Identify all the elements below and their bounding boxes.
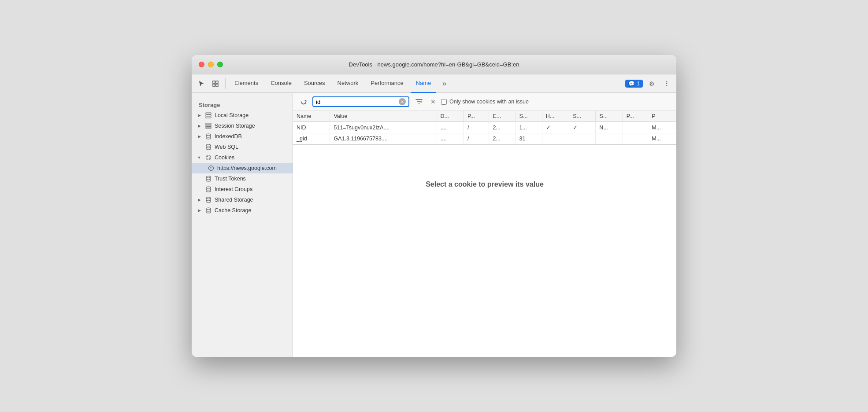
refresh-button[interactable] [298,96,309,107]
content-panel: ✕ ✕ Only show cookies with an issue [293,93,676,357]
sidebar-item-cookies[interactable]: Cookies [192,152,293,163]
session-storage-label: Session Storage [215,123,255,129]
expand-shared-storage-icon [197,198,201,202]
col-sameparty[interactable]: P... [623,111,648,122]
svg-point-11 [206,144,211,146]
col-secure[interactable]: S... [569,111,596,122]
col-value[interactable]: Value [330,111,437,122]
only-issues-label[interactable]: Only show cookies with an issue [441,99,529,105]
tab-console[interactable]: Console [265,74,297,93]
svg-point-17 [209,166,214,171]
minimize-button[interactable] [208,62,214,67]
close-button[interactable] [199,62,204,67]
interest-groups-label: Interest Groups [215,186,252,192]
svg-point-25 [206,208,211,210]
cookies-google-label: https://news.google.com [217,165,277,171]
col-path[interactable]: P... [464,111,489,122]
session-storage-icon [205,122,212,129]
svg-point-16 [209,158,210,159]
maximize-button[interactable] [217,62,223,67]
svg-point-13 [207,156,208,157]
sidebar-item-local-storage[interactable]: Local Storage [192,110,293,121]
settings-icon[interactable]: ⚙ [645,77,658,90]
clear-button[interactable]: ✕ [429,97,438,106]
sidebar-item-shared-storage[interactable]: Shared Storage [192,195,293,205]
table-cell: 511=Tsugv0nux2IzA.... [330,122,437,133]
sidebar-item-cookies-google[interactable]: https://news.google.com [192,163,293,173]
sidebar-item-websql[interactable]: Web SQL [192,142,293,152]
col-httponly[interactable]: H... [542,111,569,122]
col-expires[interactable]: E... [489,111,516,122]
tab-sources[interactable]: Sources [299,74,330,93]
expand-cookies-icon [197,155,201,160]
svg-point-26 [420,101,422,103]
col-priority[interactable]: P [648,111,676,122]
tab-performance[interactable]: Performance [365,74,408,93]
expand-cache-storage-icon [197,208,201,213]
table-cell: / [464,133,489,144]
svg-rect-4 [206,113,211,114]
chat-badge[interactable]: 💬 1 [625,80,643,88]
trust-tokens-icon [205,175,212,182]
table-cell: ✓ [542,122,569,133]
tab-network[interactable]: Network [332,74,364,93]
table-cell: .... [437,122,464,133]
preview-text: Select a cookie to preview its value [426,180,544,188]
devtools-window: DevTools - news.google.com/home?hl=en-GB… [192,55,676,357]
svg-point-21 [212,169,212,169]
search-clear-button[interactable]: ✕ [399,98,406,105]
table-cell [542,133,569,144]
sidebar-item-session-storage[interactable]: Session Storage [192,121,293,131]
local-storage-icon [205,112,212,119]
cookie-table-body: NID511=Tsugv0nux2IzA......../2...1...✓✓N… [293,122,676,144]
sidebar-item-indexeddb[interactable]: IndexedDB [192,131,293,142]
col-samesite[interactable]: S... [596,111,623,122]
chat-count: 1 [637,81,640,87]
storage-section-label: Storage [192,98,293,110]
svg-rect-9 [206,127,211,129]
window-title: DevTools - news.google.com/home?hl=en-GB… [349,61,519,68]
search-box[interactable]: ✕ [312,96,409,107]
svg-rect-2 [213,84,215,86]
cookies-google-icon [208,165,215,172]
more-tabs-icon[interactable]: » [438,77,450,90]
table-row[interactable]: NID511=Tsugv0nux2IzA......../2...1...✓✓N… [293,122,676,133]
expand-session-storage-icon [197,124,201,128]
table-cell: .... [437,133,464,144]
table-cell: / [464,122,489,133]
cookies-icon [205,154,212,161]
only-issues-checkbox[interactable] [441,99,447,105]
col-domain[interactable]: D... [437,111,464,122]
table-cell [623,122,648,133]
inspect-icon[interactable] [209,77,222,90]
cursor-icon[interactable] [195,77,208,90]
sidebar-item-interest-groups[interactable]: Interest Groups [192,184,293,195]
cookie-table-wrapper: Name Value D... P... E... S... H... S...… [293,111,676,357]
table-cell: 2... [489,133,516,144]
table-cell: 1... [516,122,542,133]
col-name[interactable]: Name [293,111,330,122]
cookies-label: Cookies [215,154,234,161]
sidebar-item-cache-storage[interactable]: Cache Storage [192,205,293,216]
table-row[interactable]: _gidGA1.3.1196675783......../2...31M... [293,133,676,144]
titlebar: DevTools - news.google.com/home?hl=en-GB… [192,55,676,74]
table-cell: M... [648,122,676,133]
table-cell [569,133,596,144]
toolbar-right: 💬 1 ⚙ ⋮ [625,77,673,90]
svg-rect-6 [206,117,211,118]
table-cell: N... [596,122,623,133]
col-size[interactable]: S... [516,111,542,122]
search-input[interactable] [316,99,397,105]
table-cell [596,133,623,144]
tab-elements[interactable]: Elements [229,74,263,93]
shared-storage-icon [205,196,212,203]
filter-button[interactable] [413,96,425,108]
svg-point-24 [206,197,211,199]
tab-application[interactable]: Name [411,74,437,93]
websql-icon [205,143,212,151]
more-options-icon[interactable]: ⋮ [660,77,673,90]
sidebar: Storage Local Storage [192,93,293,357]
sidebar-item-trust-tokens[interactable]: Trust Tokens [192,173,293,184]
svg-point-15 [208,158,208,159]
expand-indexeddb-icon [197,134,201,139]
